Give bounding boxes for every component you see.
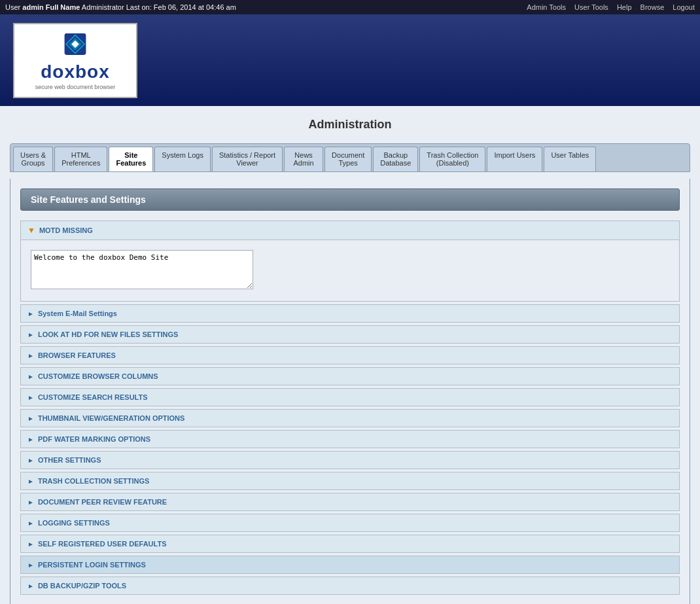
tab-site-features[interactable]: SiteFeatures bbox=[109, 147, 153, 171]
section-logging-label: LOGGING SETTINGS bbox=[38, 519, 110, 527]
section-email-settings-header[interactable]: ► System E-Mail Settings bbox=[21, 305, 679, 322]
motd-textarea[interactable]: Welcome to the doxbox Demo Site bbox=[31, 250, 253, 289]
logout-link[interactable]: Logout bbox=[673, 3, 695, 11]
header: doxbox secure web document browser bbox=[0, 14, 700, 106]
topbar: User admin Full Name Administrator Last … bbox=[0, 0, 700, 14]
section-pdf-watermark: ► PDF WATER MARKING OPTIONS bbox=[20, 430, 680, 448]
tab-backup-database[interactable]: BackupDatabase bbox=[373, 147, 418, 171]
section-thumbnail-view: ► THUMBNAIL VIEW/GENERATION OPTIONS bbox=[20, 409, 680, 427]
tab-user-tables[interactable]: User Tables bbox=[544, 147, 596, 171]
collapse-arrow-icon: ► bbox=[27, 541, 34, 548]
section-persistent-login-header[interactable]: ► PERSISTENT LOGIN SETTINGS bbox=[21, 556, 679, 573]
tab-import-users[interactable]: Import Users bbox=[487, 147, 542, 171]
section-self-registered-header[interactable]: ► SELF REGISTERED USER DEFAULTS bbox=[21, 535, 679, 552]
collapse-arrow-icon: ► bbox=[27, 352, 34, 359]
collapse-arrow-icon: ► bbox=[27, 499, 34, 506]
collapse-arrow-icon: ► bbox=[27, 436, 34, 443]
section-customize-columns-label: CUSTOMIZE BROWSER COLUMNS bbox=[38, 372, 158, 380]
tab-html-prefs[interactable]: HTMLPreferences bbox=[54, 147, 107, 171]
tab-system-logs[interactable]: System Logs bbox=[154, 147, 211, 171]
section-email-settings: ► System E-Mail Settings bbox=[20, 304, 680, 323]
user-tools-link[interactable]: User Tools bbox=[574, 3, 608, 11]
content-panel: Site Features and Settings ▼ MOTD MISSIN… bbox=[10, 179, 690, 604]
laston-value: Feb 06, 2014 at 04:46 am bbox=[154, 3, 236, 11]
section-hd-new-files-label: LOOK AT HD FOR NEW FILES SETTINGS bbox=[38, 330, 179, 338]
logo-box: doxbox secure web document browser bbox=[13, 23, 137, 98]
collapse-arrow-icon: ► bbox=[27, 561, 34, 569]
collapse-arrow-icon: ► bbox=[27, 478, 34, 485]
laston-label: Last on: bbox=[126, 3, 152, 11]
logo-text: doxbox bbox=[41, 62, 110, 82]
section-trash-collection-label: TRASH COLLECTION SETTINGS bbox=[38, 477, 150, 485]
tab-news-admin[interactable]: NewsAdmin bbox=[284, 147, 323, 171]
section-other-settings-label: OTHER SETTINGS bbox=[38, 456, 101, 464]
section-customize-columns-header[interactable]: ► CUSTOMIZE BROWSER COLUMNS bbox=[21, 368, 679, 385]
section-other-settings: ► OTHER SETTINGS bbox=[20, 451, 680, 469]
doxbox-logo-icon bbox=[59, 31, 92, 58]
page-title: Administration bbox=[10, 113, 690, 137]
section-logging: ► LOGGING SETTINGS bbox=[20, 514, 680, 532]
collapse-arrow-icon: ► bbox=[27, 331, 34, 338]
logo-subtitle: secure web document browser bbox=[35, 84, 116, 90]
motd-arrow-icon: ▼ bbox=[27, 226, 35, 235]
section-logging-header[interactable]: ► LOGGING SETTINGS bbox=[21, 514, 679, 531]
section-peer-review-header[interactable]: ► DOCUMENT PEER REVIEW FEATURE bbox=[21, 493, 679, 510]
section-db-backup-header[interactable]: ► DB BACKUP/GZIP TOOLS bbox=[21, 577, 679, 594]
section-peer-review-label: DOCUMENT PEER REVIEW FEATURE bbox=[38, 498, 167, 506]
section-pdf-watermark-label: PDF WATER MARKING OPTIONS bbox=[38, 435, 150, 443]
main-content: Administration Users &Groups HTMLPrefere… bbox=[0, 106, 700, 604]
topbar-left: User admin Full Name Administrator Last … bbox=[5, 3, 236, 11]
collapse-arrow-icon: ► bbox=[27, 310, 34, 317]
collapse-arrow-icon: ► bbox=[27, 415, 34, 422]
section-self-registered-label: SELF REGISTERED USER DEFAULTS bbox=[38, 540, 167, 548]
section-persistent-login-label: PERSISTENT LOGIN SETTINGS bbox=[38, 561, 146, 569]
section-peer-review: ► DOCUMENT PEER REVIEW FEATURE bbox=[20, 493, 680, 511]
section-hd-new-files: ► LOOK AT HD FOR NEW FILES SETTINGS bbox=[20, 325, 680, 344]
collapse-arrow-icon: ► bbox=[27, 457, 34, 464]
section-trash-collection-header[interactable]: ► TRASH COLLECTION SETTINGS bbox=[21, 472, 679, 489]
user-label: User bbox=[5, 3, 20, 11]
section-header-bar: Site Features and Settings bbox=[20, 188, 680, 211]
fullname-label: Full Name bbox=[46, 3, 80, 11]
tab-trash-collection[interactable]: Trash Collection(Disabled) bbox=[419, 147, 485, 171]
section-browser-features: ► BROWSER FEATURES bbox=[20, 346, 680, 364]
browse-link[interactable]: Browse bbox=[640, 3, 665, 11]
motd-header[interactable]: ▼ MOTD MISSING bbox=[21, 221, 679, 240]
collapse-arrow-icon: ► bbox=[27, 373, 34, 380]
username: admin bbox=[22, 3, 43, 11]
collapse-arrow-icon: ► bbox=[27, 582, 34, 590]
section-db-backup-label: DB BACKUP/GZIP TOOLS bbox=[38, 582, 126, 590]
section-trash-collection: ► TRASH COLLECTION SETTINGS bbox=[20, 472, 680, 490]
tab-document-types[interactable]: DocumentTypes bbox=[324, 147, 372, 171]
fullname-value: Administrator bbox=[82, 3, 124, 11]
section-thumbnail-view-header[interactable]: ► THUMBNAIL VIEW/GENERATION OPTIONS bbox=[21, 410, 679, 427]
section-other-settings-header[interactable]: ► OTHER SETTINGS bbox=[21, 452, 679, 469]
tabs-bar: Users &Groups HTMLPreferences SiteFeatur… bbox=[10, 143, 690, 172]
section-customize-search-header[interactable]: ► CUSTOMIZE SEARCH RESULTS bbox=[21, 389, 679, 406]
section-hd-new-files-header[interactable]: ► LOOK AT HD FOR NEW FILES SETTINGS bbox=[21, 326, 679, 343]
tab-stats-report[interactable]: Statistics / ReportViewer bbox=[212, 147, 283, 171]
section-browser-features-label: BROWSER FEATURES bbox=[38, 351, 116, 359]
motd-label: MOTD MISSING bbox=[39, 226, 93, 234]
section-customize-columns: ► CUSTOMIZE BROWSER COLUMNS bbox=[20, 367, 680, 385]
section-thumbnail-view-label: THUMBNAIL VIEW/GENERATION OPTIONS bbox=[38, 414, 185, 422]
section-db-backup: ► DB BACKUP/GZIP TOOLS bbox=[20, 577, 680, 595]
section-self-registered: ► SELF REGISTERED USER DEFAULTS bbox=[20, 535, 680, 553]
section-persistent-login: ► PERSISTENT LOGIN SETTINGS bbox=[20, 556, 680, 574]
motd-content: Welcome to the doxbox Demo Site bbox=[21, 240, 679, 301]
section-email-settings-label: System E-Mail Settings bbox=[38, 310, 117, 317]
section-customize-search-label: CUSTOMIZE SEARCH RESULTS bbox=[38, 393, 148, 401]
section-pdf-watermark-header[interactable]: ► PDF WATER MARKING OPTIONS bbox=[21, 431, 679, 448]
admin-tools-link[interactable]: Admin Tools bbox=[527, 3, 566, 11]
tab-users-groups[interactable]: Users &Groups bbox=[13, 147, 53, 171]
topbar-right: Admin Tools User Tools Help Browse Logou… bbox=[520, 3, 695, 11]
collapse-arrow-icon: ► bbox=[27, 394, 34, 401]
motd-section: ▼ MOTD MISSING Welcome to the doxbox Dem… bbox=[20, 221, 680, 302]
section-browser-features-header[interactable]: ► BROWSER FEATURES bbox=[21, 347, 679, 364]
collapse-arrow-icon: ► bbox=[27, 520, 34, 527]
collapsible-sections: ► System E-Mail Settings ► LOOK AT HD FO… bbox=[20, 304, 680, 595]
help-link[interactable]: Help bbox=[617, 3, 632, 11]
section-customize-search: ► CUSTOMIZE SEARCH RESULTS bbox=[20, 388, 680, 406]
